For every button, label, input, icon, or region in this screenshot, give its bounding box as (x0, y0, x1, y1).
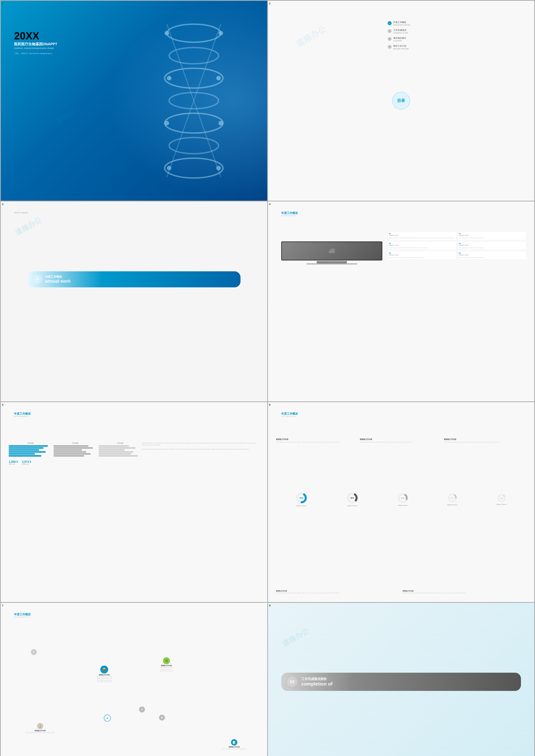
slide-1-content: 20XX 医药医疗生物基因DNAPPT medicine, medical bi… (14, 31, 57, 55)
icon-leaf: 🌿 (163, 657, 170, 664)
slide-number-6: 6 (269, 403, 270, 406)
cover-reporter: 汇报人：道格办公 report person daogebangong (14, 52, 57, 55)
slide-6: 6 年度工作概述 Click to add caption text 请替换文字… (268, 402, 534, 602)
bar-2-1 (54, 445, 88, 447)
slide-8: 8 道格办公 02 工作完成情况报告 completion of (268, 603, 534, 756)
icon-edit: 📝 (231, 739, 237, 745)
s5-chart: 文字内容 文字内容 文字内容 (9, 442, 142, 582)
donut-3: 25% 请替换文字内容(%) (397, 493, 408, 507)
svg-point-13 (165, 121, 169, 126)
watermark-s3b: 道格 (265, 299, 267, 314)
s7-gear-icon: ⚙ (139, 707, 145, 712)
s5-stats: 1,508 k male user 3,974 k female user (9, 460, 142, 465)
toc-num-1: 01 (388, 21, 392, 25)
s5-title: 年度工作概述 click to add caption text (14, 412, 31, 417)
bar-2-3 (54, 449, 82, 451)
s3-icon: 👁 (33, 275, 42, 284)
s4-monitor: 🏙 (281, 242, 382, 264)
cover-year: 20XX (14, 31, 57, 41)
donut-chart-2: 30% (346, 492, 358, 504)
s3-sub: click to caption (14, 211, 28, 214)
slide-4: 4 年度工作概述 click to add caption text 🏙 01 … (268, 201, 534, 401)
stat-2: 3,974 k female user (22, 460, 31, 465)
donut-2: 30% 请替换文字内容(%) (346, 492, 358, 507)
slide-3: 3 道格办公 道格 click to caption 👁 年度工作概述 annu… (1, 201, 267, 401)
svg-point-14 (218, 121, 223, 126)
bar-3-4 (99, 451, 133, 452)
slide-number-7: 7 (2, 604, 3, 607)
toc-item-3: 03 成功项目展示 successful (388, 37, 521, 42)
bar-2-4 (54, 451, 86, 452)
s6-col-2: 请替换文字内容 Please replace text, click add r… (360, 438, 442, 443)
s7-plane-icon: ✈ (9, 649, 59, 655)
icon-eye: 👁 (104, 714, 111, 722)
s6-col-3: 请替换文字内容 Please replace text, click add r… (444, 438, 526, 443)
s3-banner-en: annual work (45, 279, 70, 284)
s4-title-area: 年度工作概述 click to add caption text (281, 211, 298, 216)
cover-title-cn: 医药医疗生物基因DNAPPT (14, 42, 57, 46)
s7-title: 年度工作概述 click to add caption text (14, 613, 31, 618)
s6-text-cols: 请替换文字内容 Please replace text, click add r… (276, 438, 526, 443)
svg-point-10 (218, 31, 223, 36)
watermark-1: 道格办公 (1, 34, 3, 57)
svg-point-6 (165, 158, 223, 178)
s5-col-headers: 文字内容 文字内容 文字内容 (9, 442, 142, 444)
s7-eye-icon: 👁 (104, 714, 111, 722)
stat-1: 1,508 k male user (9, 460, 18, 465)
svg-point-9 (165, 31, 169, 36)
s4-title: 年度工作概述 (281, 211, 298, 215)
slide-2: 2 道格办公 目录 01 年度工作概述 annual work overview… (268, 1, 534, 201)
slide-number-5: 5 (2, 403, 3, 406)
s7-trash-icon: 🗑 (159, 714, 165, 721)
s8-banner: 02 工作完成情况报告 completion of (281, 673, 521, 691)
slide-number-3: 3 (2, 203, 3, 206)
icon-plane: ✈ (31, 649, 37, 655)
donut-chart-5: 10% (497, 494, 506, 503)
icon-gear: ⚙ (139, 707, 145, 712)
donut-chart-1: 45% (296, 492, 307, 504)
bar-1-3 (9, 449, 39, 451)
svg-text:10%: 10% (500, 497, 503, 499)
slide-7: 7 年度工作概述 click to add caption text 📦 请替换… (1, 603, 267, 756)
s3-banner-cn: 年度工作概述 (45, 275, 70, 279)
s8-badge: 02 (287, 677, 297, 687)
svg-text:25%: 25% (401, 497, 405, 499)
svg-point-4 (165, 113, 223, 133)
bar-col-1 (9, 445, 52, 457)
bar-2-2 (54, 447, 93, 449)
donut-chart-4: 20% (447, 493, 457, 503)
bar-3-1 (99, 445, 129, 447)
toc-text-4: 明年工作计划 next year work plan (393, 44, 408, 50)
slide-5: 5 年度工作概述 click to add caption text 文字内容 … (1, 402, 267, 602)
bar-1-5 (9, 453, 35, 454)
info-box-5: 05 请替换文字内容 Please replace text, click ad… (388, 251, 456, 259)
icon-package: 📦 (100, 666, 108, 674)
bar-2-5 (54, 453, 90, 454)
slide-1: 1 道格办公 道格办公 20XX 医药医疗生物基因DNAPPT (1, 1, 267, 201)
toc-text-1: 年度工作概述 annual work overview (393, 21, 410, 26)
s7-center-icon: 📦 请替换文字内容 please replace text, click add… (96, 666, 112, 683)
slide-number-4: 4 (269, 203, 270, 206)
watermark-s8: 道格办公 (281, 626, 310, 649)
s4-info-grid: 01 请替换文字内容 Please replace text, click ad… (388, 231, 526, 259)
cover-title-en: medicine, medical biological gene dnappt (14, 47, 57, 49)
donut-5: 10% 请替换文字内容(%) (496, 494, 507, 506)
monitor-screen: 🏙 (282, 242, 382, 260)
toc-items-list: 01 年度工作概述 annual work overview 02 工作完成情况… (388, 21, 521, 52)
s7-right-icon: 🌿 请替换文字内容 please replace text, click add… (159, 657, 174, 672)
svg-point-12 (216, 76, 221, 80)
svg-point-5 (169, 137, 218, 154)
slide-number-1: 1 (2, 2, 3, 5)
dna-icon (134, 11, 254, 190)
svg-text:30%: 30% (350, 497, 354, 499)
toc-center-circle: 目录 (392, 92, 410, 110)
donut-1: 45% 请替换文字内容(%) (296, 492, 307, 507)
info-box-2: 02 请替换文字内容 Please replace text, click ad… (458, 231, 526, 240)
s5-bars (9, 445, 142, 457)
info-box-3: 03 请替换文字内容 Please replace text, click ad… (388, 241, 456, 250)
s6-bottom: 请替换文字内容 please replace text, click add r… (276, 590, 526, 594)
s7-edit-icon: 📝 请替换文字内容 please replace text, click add… (209, 739, 259, 750)
bar-3-6 (99, 455, 138, 456)
s5-desc: please replace text, click add relevant … (142, 442, 259, 451)
bar-3-2 (99, 447, 135, 449)
